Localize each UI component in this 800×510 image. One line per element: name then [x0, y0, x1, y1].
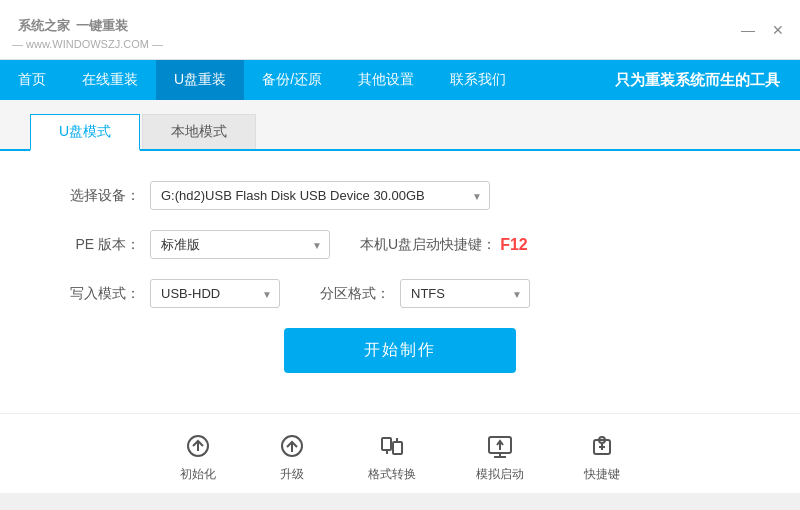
- write-mode-row: 写入模式： USB-HDD 分区格式： NTFS: [60, 279, 740, 308]
- nav-bar: 首页 在线重装 U盘重装 备份/还原 其他设置 联系我们 只为重装系统而生的工具: [0, 60, 800, 100]
- device-row: 选择设备： G:(hd2)USB Flash Disk USB Device 3…: [60, 181, 740, 210]
- shortcut-label: 本机U盘启动快捷键：: [360, 236, 496, 254]
- partition-select-wrapper: NTFS: [400, 279, 530, 308]
- app-logo: 系统之家一键重装 — www.WINDOWSZJ.COM —: [12, 10, 163, 50]
- app-subtitle: 一键重装: [76, 18, 128, 33]
- nav-item-other-settings[interactable]: 其他设置: [340, 60, 432, 100]
- device-label: 选择设备：: [60, 187, 140, 205]
- tab-local-mode[interactable]: 本地模式: [142, 114, 256, 149]
- partition-select[interactable]: NTFS: [400, 279, 530, 308]
- make-btn-row: 开始制作: [60, 328, 740, 373]
- icon-format-convert-label: 格式转换: [368, 466, 416, 483]
- icon-initialize[interactable]: 初始化: [180, 430, 216, 483]
- make-button[interactable]: 开始制作: [284, 328, 516, 373]
- tab-usb-mode[interactable]: U盘模式: [30, 114, 140, 151]
- nav-item-backup-restore[interactable]: 备份/还原: [244, 60, 340, 100]
- icon-shortcut-keys[interactable]: 快捷键: [584, 430, 620, 483]
- app-title-text: 系统之家: [18, 18, 70, 33]
- shortcut-key: F12: [500, 236, 528, 254]
- form-area: 选择设备： G:(hd2)USB Flash Disk USB Device 3…: [0, 151, 800, 413]
- pe-row: PE 版本： 标准版 本机U盘启动快捷键： F12: [60, 230, 740, 259]
- partition-label: 分区格式：: [320, 285, 390, 303]
- pe-select-wrapper: 标准版: [150, 230, 330, 259]
- minimize-button[interactable]: —: [738, 20, 758, 40]
- icon-shortcut-keys-label: 快捷键: [584, 466, 620, 483]
- icon-upgrade[interactable]: 升级: [276, 430, 308, 483]
- nav-slogan: 只为重装系统而生的工具: [615, 71, 800, 90]
- nav-item-online-reinstall[interactable]: 在线重装: [64, 60, 156, 100]
- nav-item-usb-reinstall[interactable]: U盘重装: [156, 60, 244, 100]
- write-mode-select[interactable]: USB-HDD: [150, 279, 280, 308]
- icon-simulate-boot[interactable]: 模拟启动: [476, 430, 524, 483]
- device-select[interactable]: G:(hd2)USB Flash Disk USB Device 30.00GB: [150, 181, 490, 210]
- icon-simulate-boot-label: 模拟启动: [476, 466, 524, 483]
- icon-upgrade-label: 升级: [280, 466, 304, 483]
- title-bar: 系统之家一键重装 — www.WINDOWSZJ.COM — — ✕: [0, 0, 800, 60]
- nav-items: 首页 在线重装 U盘重装 备份/还原 其他设置 联系我们: [0, 60, 524, 100]
- tab-bar: U盘模式 本地模式: [0, 100, 800, 151]
- pe-select[interactable]: 标准版: [150, 230, 330, 259]
- icon-format-convert[interactable]: 格式转换: [368, 430, 416, 483]
- write-mode-select-wrapper: USB-HDD: [150, 279, 280, 308]
- window-controls: — ✕: [738, 20, 788, 40]
- bottom-icons: 初始化 升级 格式转换 模拟启动: [0, 413, 800, 493]
- device-select-wrapper: G:(hd2)USB Flash Disk USB Device 30.00GB: [150, 181, 490, 210]
- close-button[interactable]: ✕: [768, 20, 788, 40]
- svg-rect-4: [382, 438, 391, 450]
- partition-row: 分区格式： NTFS: [320, 279, 530, 308]
- nav-item-home[interactable]: 首页: [0, 60, 64, 100]
- pe-label: PE 版本：: [60, 236, 140, 254]
- app-title: 系统之家一键重装: [12, 10, 163, 36]
- icon-initialize-label: 初始化: [180, 466, 216, 483]
- svg-rect-5: [393, 442, 402, 454]
- nav-item-contact-us[interactable]: 联系我们: [432, 60, 524, 100]
- write-mode-label: 写入模式：: [60, 285, 140, 303]
- app-url: — www.WINDOWSZJ.COM —: [12, 38, 163, 50]
